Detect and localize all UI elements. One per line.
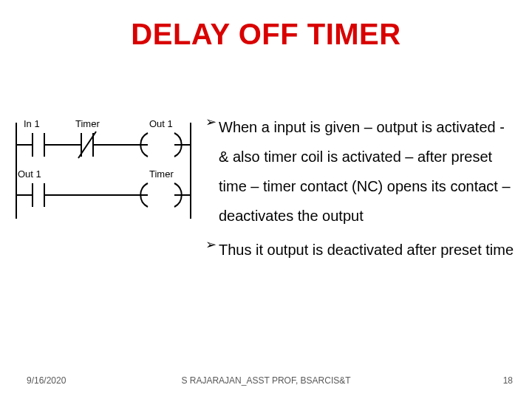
bullet-item: ➢ Thus it output is deactivated after pr… [205,235,516,265]
slide: DELAY OFF TIMER In 1 Timer Out 1 [0,0,532,399]
content-area: ➢ When a input is given – output is acti… [205,112,516,269]
slide-title: DELAY OFF TIMER [0,18,532,51]
bullet-arrow-icon: ➢ [205,235,219,254]
label-out1-top: Out 1 [149,118,173,129]
label-out1-left: Out 1 [18,168,41,180]
bullet-arrow-icon: ➢ [205,112,219,132]
ladder-svg: In 1 Timer Out 1 Out 1 [10,108,197,226]
footer-author: S RAJARAJAN_ASST PROF, BSARCIS&T [0,375,532,386]
label-timer-right: Timer [149,168,174,180]
footer-page-number: 18 [503,375,513,386]
bullet-item: ➢ When a input is given – output is acti… [205,112,516,231]
bullet-text: Thus it output is deactivated after pres… [219,235,514,265]
bullet-text: When a input is given – output is activa… [219,112,516,231]
label-timer-top: Timer [75,118,100,129]
label-in1: In 1 [24,118,40,129]
ladder-diagram: In 1 Timer Out 1 Out 1 [10,108,197,226]
